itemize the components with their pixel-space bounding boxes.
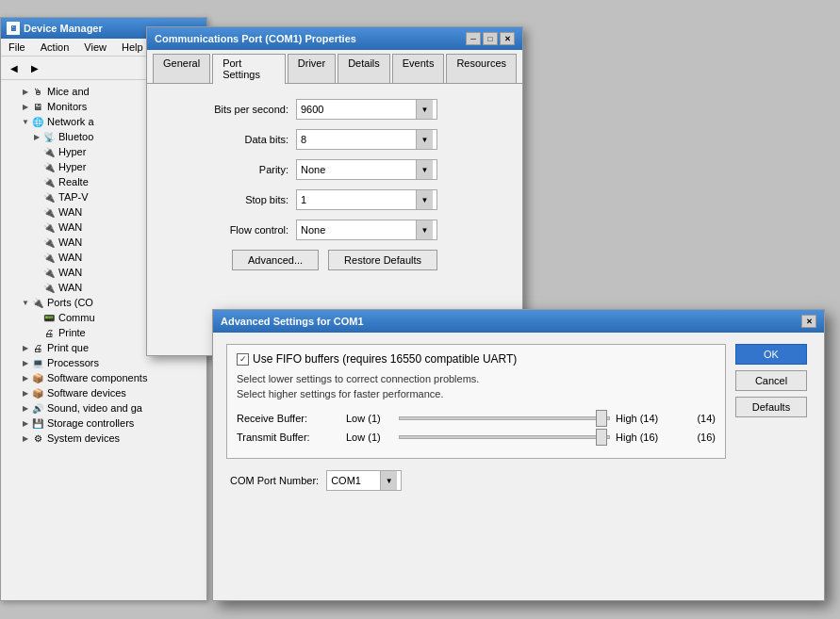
menu-view[interactable]: View — [80, 41, 110, 54]
mice-label: Mice and — [47, 86, 90, 97]
processors-label: Processors — [47, 357, 99, 368]
tapv-label: TAP-V — [58, 191, 89, 203]
tab-driver[interactable]: Driver — [288, 54, 336, 83]
tab-events[interactable]: Events — [392, 54, 445, 83]
tab-general[interactable]: General — [153, 54, 210, 83]
monitors-label: Monitors — [47, 101, 87, 112]
close-button[interactable]: ✕ — [500, 32, 515, 45]
advanced-close-button[interactable]: ✕ — [801, 315, 816, 328]
realtek-label: Realte — [58, 176, 89, 187]
tree-item-software-components[interactable]: ▶ 📦 Software components — [1, 370, 206, 385]
menu-help[interactable]: Help — [118, 41, 147, 54]
com-port-select[interactable]: COM1 ▼ — [326, 470, 402, 491]
tree-item-storage[interactable]: ▶ 💾 Storage controllers — [1, 415, 206, 431]
wan4-label: WAN — [58, 252, 82, 263]
storage-label: Storage controllers — [47, 417, 134, 429]
expander-wan3 — [31, 236, 42, 248]
stop-bits-select[interactable]: 1 ▼ — [296, 189, 437, 210]
com-port-value: COM1 — [331, 475, 361, 486]
software-components-label: Software components — [47, 372, 147, 383]
mice-icon: 🖱 — [31, 85, 44, 98]
storage-icon: 💾 — [31, 416, 44, 430]
expander-wan2 — [31, 221, 42, 233]
minimize-button[interactable]: ─ — [466, 32, 481, 45]
toolbar-back[interactable]: ◀ — [5, 58, 24, 77]
hyper1-icon: 🔌 — [42, 145, 56, 158]
advanced-left-panel: ✓ Use FIFO buffers (requires 16550 compa… — [226, 344, 726, 491]
tab-port-settings[interactable]: Port Settings — [212, 54, 286, 84]
fifo-checkbox[interactable]: ✓ — [237, 353, 249, 366]
comm-label: Commu — [58, 312, 95, 323]
sound-icon: 🔊 — [31, 401, 44, 415]
com-port-arrow: ▼ — [380, 471, 397, 490]
expander-printer — [31, 327, 42, 338]
wan5-icon: 🔌 — [42, 266, 56, 279]
tab-details[interactable]: Details — [338, 54, 390, 83]
bluetooth-label: Bluetoo — [58, 131, 93, 142]
data-bits-select[interactable]: 8 ▼ — [296, 129, 437, 150]
defaults-button[interactable]: Defaults — [735, 397, 807, 417]
tab-resources[interactable]: Resources — [446, 54, 517, 83]
realtek-icon: 🔌 — [42, 175, 56, 188]
menu-action[interactable]: Action — [37, 41, 74, 54]
expander-wan4 — [31, 252, 42, 263]
menu-file[interactable]: File — [5, 41, 29, 54]
expander-wan1 — [31, 206, 42, 218]
advanced-titlebar: Advanced Settings for COM1 ✕ — [213, 310, 824, 333]
software-components-icon: 📦 — [31, 371, 44, 384]
advanced-right-panel: OK Cancel Defaults — [735, 344, 811, 491]
wan2-label: WAN — [58, 221, 82, 233]
wan3-label: WAN — [58, 236, 82, 248]
tree-item-processors[interactable]: ▶ 💻 Processors — [1, 355, 206, 370]
hyper1-label: Hyper — [58, 146, 86, 157]
ok-button[interactable]: OK — [735, 344, 807, 365]
tree-item-sound[interactable]: ▶ 🔊 Sound, video and ga — [1, 400, 206, 415]
cancel-button[interactable]: Cancel — [735, 370, 807, 391]
receive-buffer-low: Low (1) — [346, 413, 393, 424]
transmit-buffer-slider[interactable] — [399, 435, 610, 439]
expander-wan6 — [31, 282, 42, 293]
transmit-buffer-thumb — [596, 429, 607, 446]
stop-bits-label: Stop bits: — [166, 194, 288, 205]
expander-hyper1 — [31, 146, 42, 157]
tree-item-system[interactable]: ▶ ⚙ System devices — [1, 431, 206, 446]
stop-bits-arrow: ▼ — [416, 190, 433, 209]
expander-storage: ▶ — [20, 417, 31, 429]
wan3-icon: 🔌 — [42, 236, 56, 249]
toolbar-forward[interactable]: ▶ — [25, 58, 44, 77]
printer-icon: 🖨 — [42, 326, 56, 339]
transmit-buffer-row: Transmit Buffer: Low (1) High (16) (16) — [237, 432, 716, 443]
expander-realtek — [31, 176, 42, 187]
software-devices-icon: 📦 — [31, 386, 44, 399]
flow-control-row: Flow control: None ▼ — [166, 220, 503, 240]
expander-software-devices: ▶ — [20, 387, 31, 399]
wan2-icon: 🔌 — [42, 220, 56, 234]
advanced-button[interactable]: Advanced... — [232, 250, 319, 270]
port-settings-content: Bits per second: 9600 ▼ Data bits: 8 ▼ P… — [147, 84, 522, 285]
flow-control-select[interactable]: None ▼ — [296, 220, 437, 240]
parity-select[interactable]: None ▼ — [296, 159, 437, 180]
monitors-icon: 🖥 — [31, 100, 44, 113]
receive-buffer-value: (14) — [687, 413, 716, 424]
expander-tapv — [31, 191, 42, 203]
tapv-icon: 🔌 — [42, 190, 56, 204]
flow-control-value: None — [301, 224, 325, 236]
bits-per-second-select[interactable]: 9600 ▼ — [296, 99, 437, 120]
data-bits-arrow: ▼ — [416, 130, 433, 149]
device-manager-title: Device Manager — [24, 23, 103, 34]
software-devices-label: Software devices — [47, 387, 126, 399]
port-settings-buttons: Advanced... Restore Defaults — [166, 250, 503, 270]
maximize-button[interactable]: □ — [483, 32, 498, 45]
bits-per-second-arrow: ▼ — [416, 100, 433, 119]
data-bits-label: Data bits: — [166, 134, 288, 145]
expander-comm — [31, 312, 42, 323]
tree-item-software-devices[interactable]: ▶ 📦 Software devices — [1, 385, 206, 400]
flow-control-label: Flow control: — [166, 224, 288, 236]
receive-buffer-slider[interactable] — [399, 416, 610, 420]
advanced-titlebar-buttons: ✕ — [801, 315, 816, 328]
com-port-row: COM Port Number: COM1 ▼ — [226, 470, 726, 491]
restore-defaults-button[interactable]: Restore Defaults — [328, 250, 437, 270]
advanced-content: ✓ Use FIFO buffers (requires 16550 compa… — [213, 333, 824, 502]
flow-control-arrow: ▼ — [416, 220, 433, 239]
tab-bar: General Port Settings Driver Details Eve… — [147, 50, 522, 84]
